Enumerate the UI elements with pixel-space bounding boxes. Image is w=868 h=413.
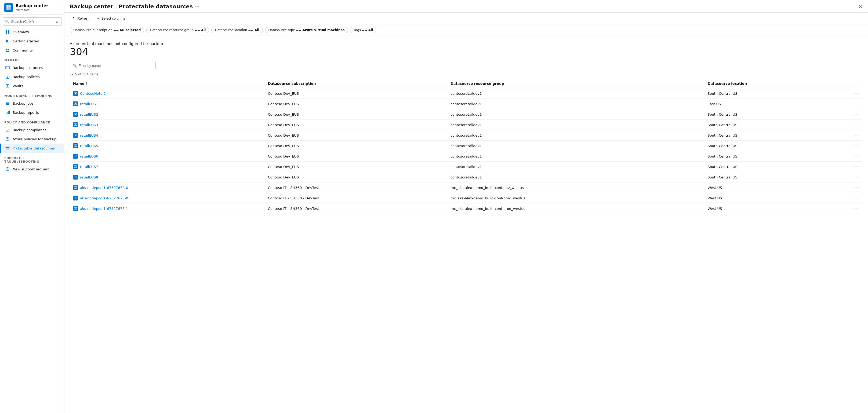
more-options-icon[interactable]: ··· (195, 4, 199, 9)
row-name-cell: retailEUS6 (70, 151, 265, 162)
sidebar-item-azure-policies-label: Azure policies for backup (12, 137, 56, 141)
vm-name[interactable]: retailEUS2 (80, 113, 98, 117)
row-ellipsis-button[interactable]: ··· (853, 122, 860, 128)
app-icon (4, 3, 13, 12)
sidebar-item-backup-jobs-label: Backup jobs (12, 101, 34, 105)
toolbar: ↻ Refresh → Select columns (64, 12, 868, 24)
sidebar-item-getting-started-label: Getting started (12, 39, 39, 43)
monitoring-section-label: Monitoring + reporting (0, 90, 64, 99)
sidebar-item-community[interactable]: Community (0, 45, 64, 55)
row-ellipsis-button[interactable]: ··· (853, 174, 860, 180)
row-location: South Central US (704, 130, 849, 140)
refresh-button[interactable]: ↻ Refresh (70, 15, 92, 22)
row-ellipsis-button[interactable]: ··· (853, 205, 860, 212)
row-ellipsis-button[interactable]: ··· (853, 185, 860, 191)
vm-name[interactable]: retailEUS6 (80, 154, 98, 158)
row-resource-group: contosoretaildev1 (447, 109, 704, 120)
sidebar-search-container[interactable]: 🔍 « (3, 18, 61, 26)
svg-rect-34 (6, 148, 8, 149)
vm-name[interactable]: retailEUS8 (80, 175, 98, 179)
vm-name[interactable]: retailEUS5 (80, 144, 98, 148)
vm-name[interactable]: retailEUS1 (80, 102, 98, 106)
sidebar-header: Backup center Microsoft (0, 0, 64, 15)
vm-name[interactable]: ContosoHotel2 (80, 92, 106, 96)
vm-name[interactable]: retailEUS3 (80, 123, 98, 127)
vm-name[interactable]: retailEUS7 (80, 165, 98, 169)
sidebar-item-new-support-request[interactable]: ? New support request (0, 164, 64, 173)
svg-rect-63 (75, 177, 76, 177)
vm-name[interactable]: aks-nodepool1-67327678-0 (80, 196, 128, 200)
sidebar-item-overview[interactable]: Overview (0, 27, 64, 36)
sidebar-item-backup-policies[interactable]: Backup policies (0, 72, 64, 81)
row-actions: ··· (849, 203, 863, 214)
row-location: South Central US (704, 140, 849, 151)
select-columns-label: Select columns (101, 17, 125, 21)
vm-icon (73, 164, 78, 169)
filter-resource-group[interactable]: Datasource resource group == All (146, 27, 209, 33)
sidebar-item-protectable-datasources[interactable]: Protectable datasources (0, 144, 64, 153)
filter-subscription[interactable]: Datasource subscription == 66 selected (70, 27, 144, 33)
row-subscription: Contoso Dev_EUS (265, 88, 447, 99)
svg-rect-50 (74, 134, 77, 136)
svg-rect-60 (75, 166, 76, 166)
row-actions: ··· (849, 130, 863, 140)
row-ellipsis-button[interactable]: ··· (853, 164, 860, 169)
svg-rect-33 (6, 147, 9, 148)
vm-name[interactable]: retailEUS4 (80, 133, 98, 137)
getting-started-icon (5, 39, 10, 43)
table-row: retailEUS5 Contoso Dev_EUS contosoretail… (70, 140, 863, 151)
svg-rect-29 (9, 110, 10, 114)
support-section-label: Support + troubleshooting (0, 153, 64, 164)
svg-rect-15 (6, 68, 8, 68)
sidebar-item-backup-compliance[interactable]: Backup compliance (0, 125, 64, 134)
svg-rect-47 (74, 124, 77, 126)
row-subscription: Contoso Dev_EUS (265, 162, 447, 172)
sidebar-item-azure-policies[interactable]: Azure policies for backup (0, 134, 64, 144)
vm-name[interactable]: aks-nodepool1-67327678-0 (80, 186, 128, 190)
select-columns-button[interactable]: → Select columns (93, 15, 128, 22)
svg-rect-40 (75, 93, 76, 94)
row-location: South Central US (704, 88, 849, 99)
collapse-button[interactable]: « (54, 19, 59, 24)
content-area: Azure Virtual machines not configured fo… (64, 36, 868, 413)
row-subscription: Contoso Dev_EUS (265, 172, 447, 183)
vm-name[interactable]: aks-nodepool1-67327678-1 (80, 206, 128, 211)
sidebar-item-backup-instances[interactable]: Backup instances (0, 63, 64, 72)
table-row: aks-nodepool1-67327678-0 Contoso IT – SH… (70, 183, 863, 193)
svg-rect-45 (75, 114, 76, 114)
svg-rect-28 (8, 112, 8, 114)
sidebar-item-getting-started[interactable]: Getting started (0, 36, 64, 45)
filters-bar: Datasource subscription == 66 selected D… (64, 24, 868, 36)
filter-type[interactable]: Datasource type == Azure Virtual machine… (265, 27, 348, 33)
table-row: retailEUS3 Contoso Dev_EUS contosoretail… (70, 120, 863, 130)
row-ellipsis-button[interactable]: ··· (853, 143, 860, 149)
sidebar: Backup center Microsoft 🔍 « Overview Get… (0, 0, 64, 413)
th-name-sort[interactable]: Name ↕ (73, 82, 261, 86)
row-resource-group: contosoretaildev1 (447, 140, 704, 151)
row-ellipsis-button[interactable]: ··· (853, 153, 860, 159)
svg-rect-41 (74, 103, 77, 105)
th-name: Name ↕ (70, 80, 265, 88)
row-ellipsis-button[interactable]: ··· (853, 101, 860, 107)
row-ellipsis-button[interactable]: ··· (853, 90, 860, 96)
table-header: Name ↕ Datasource subscription Datasourc… (70, 80, 863, 88)
filter-input-container[interactable]: 🔍 (70, 62, 156, 69)
svg-rect-13 (6, 66, 9, 69)
sidebar-item-backup-jobs[interactable]: Backup jobs (0, 99, 64, 108)
search-input[interactable] (11, 20, 53, 24)
filter-by-name-input[interactable] (79, 64, 153, 68)
filter-location[interactable]: Datasource location == All (211, 27, 262, 33)
row-ellipsis-button[interactable]: ··· (853, 132, 860, 138)
close-button[interactable]: ✕ (859, 4, 863, 9)
svg-rect-25 (6, 104, 9, 105)
summary-title: Azure Virtual machines not configured fo… (70, 41, 863, 46)
row-location: South Central US (704, 109, 849, 120)
row-ellipsis-button[interactable]: ··· (853, 112, 860, 117)
sidebar-item-vaults[interactable]: Vaults (0, 81, 64, 90)
filter-tags[interactable]: Tags == All (350, 27, 376, 33)
sidebar-item-backup-reports[interactable]: Backup reports (0, 108, 64, 117)
row-name-cell: retailEUS3 (70, 120, 265, 130)
svg-rect-4 (6, 30, 7, 32)
row-actions: ··· (849, 140, 863, 151)
row-ellipsis-button[interactable]: ··· (853, 195, 860, 201)
